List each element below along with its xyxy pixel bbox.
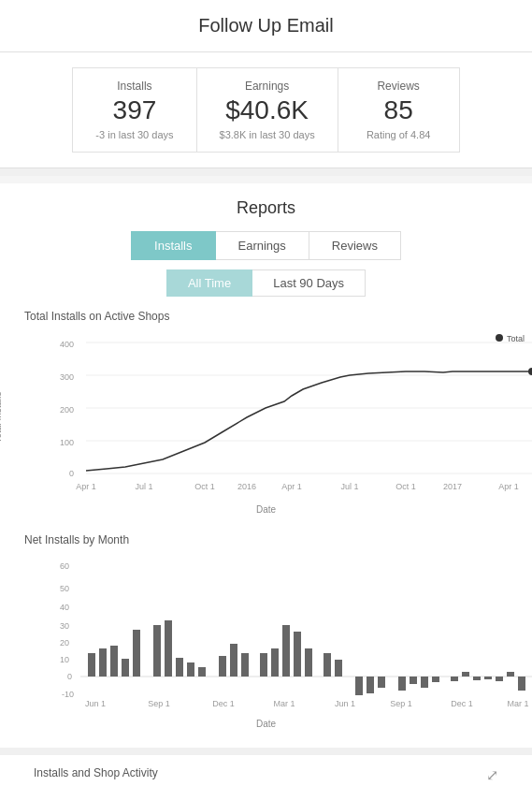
svg-text:Jul 1: Jul 1 bbox=[135, 482, 152, 491]
reports-title: Reports bbox=[15, 198, 517, 218]
svg-rect-43 bbox=[241, 653, 249, 677]
expand-icon[interactable]: ⤢ bbox=[486, 766, 498, 784]
line-chart-svg: 400 300 200 100 0 Apr 1 Jul 1 Oct 1 2016… bbox=[60, 328, 532, 502]
svg-rect-42 bbox=[230, 644, 237, 677]
svg-text:Apr 1: Apr 1 bbox=[76, 482, 96, 491]
reviews-value: 85 bbox=[361, 96, 437, 125]
svg-rect-38 bbox=[176, 658, 183, 677]
page-title: Follow Up Email bbox=[15, 15, 517, 36]
svg-rect-49 bbox=[324, 653, 331, 677]
svg-text:Dec 1: Dec 1 bbox=[451, 699, 473, 708]
page-header: Follow Up Email bbox=[0, 0, 532, 52]
svg-rect-56 bbox=[421, 677, 428, 688]
svg-text:-10: -10 bbox=[62, 690, 74, 699]
svg-rect-40 bbox=[198, 667, 206, 677]
tab-earnings[interactable]: Earnings bbox=[216, 231, 309, 260]
chart2-title: Net Installs by Month bbox=[24, 533, 508, 546]
svg-rect-33 bbox=[110, 646, 118, 677]
svg-text:0: 0 bbox=[69, 469, 74, 478]
svg-text:10: 10 bbox=[60, 655, 69, 664]
time-tabs: All Time Last 90 Days bbox=[15, 269, 517, 297]
svg-text:Mar 1: Mar 1 bbox=[507, 699, 528, 708]
svg-text:60: 60 bbox=[60, 561, 69, 571]
svg-text:40: 40 bbox=[60, 603, 69, 612]
svg-rect-32 bbox=[99, 648, 107, 677]
reports-section: Reports Installs Earnings Reviews All Ti… bbox=[0, 183, 532, 786]
svg-rect-59 bbox=[462, 672, 469, 677]
svg-rect-35 bbox=[133, 630, 140, 677]
svg-rect-60 bbox=[473, 677, 481, 680]
installs-sub: -3 in last 30 days bbox=[95, 129, 173, 140]
stat-installs: Installs 397 -3 in last 30 days bbox=[72, 67, 196, 153]
chart-net-installs: Net Installs by Month 60 50 40 30 20 10 … bbox=[15, 533, 517, 729]
svg-text:Mar 1: Mar 1 bbox=[273, 699, 295, 708]
svg-text:Apr 1: Apr 1 bbox=[281, 482, 302, 491]
svg-rect-57 bbox=[432, 677, 439, 682]
svg-text:200: 200 bbox=[60, 405, 74, 415]
svg-rect-44 bbox=[260, 653, 267, 677]
chart1-x-label: Date bbox=[24, 504, 508, 515]
earnings-value: $40.6K bbox=[220, 96, 315, 125]
svg-rect-54 bbox=[398, 677, 406, 691]
svg-text:Oct 1: Oct 1 bbox=[395, 482, 416, 491]
svg-rect-51 bbox=[355, 677, 363, 695]
svg-rect-39 bbox=[187, 662, 194, 677]
svg-rect-37 bbox=[165, 620, 172, 677]
svg-text:Dec 1: Dec 1 bbox=[212, 699, 235, 708]
tab-installs[interactable]: Installs bbox=[131, 231, 215, 260]
svg-text:20: 20 bbox=[60, 638, 69, 648]
svg-text:2017: 2017 bbox=[443, 482, 462, 491]
svg-rect-55 bbox=[410, 677, 417, 684]
svg-point-19 bbox=[528, 368, 532, 375]
svg-rect-50 bbox=[335, 660, 342, 677]
svg-text:300: 300 bbox=[60, 372, 74, 382]
svg-text:Jun 1: Jun 1 bbox=[85, 699, 106, 708]
chart3-header: Installs and Shop Activity ⤢ bbox=[24, 766, 508, 785]
svg-text:400: 400 bbox=[60, 340, 74, 349]
stats-row: Installs 397 -3 in last 30 days Earnings… bbox=[0, 52, 532, 168]
svg-text:Jun 1: Jun 1 bbox=[335, 699, 355, 708]
svg-text:Jul 1: Jul 1 bbox=[340, 482, 358, 491]
svg-rect-64 bbox=[518, 677, 525, 691]
svg-rect-31 bbox=[88, 653, 95, 677]
reviews-sub: Rating of 4.84 bbox=[361, 129, 437, 140]
svg-text:Apr 1: Apr 1 bbox=[498, 482, 519, 491]
chart1-title: Total Installs on Active Shops bbox=[24, 310, 508, 323]
svg-rect-61 bbox=[484, 677, 492, 679]
svg-rect-47 bbox=[294, 632, 301, 677]
earnings-label: Earnings bbox=[220, 80, 315, 93]
svg-text:Total: Total bbox=[507, 334, 525, 343]
svg-text:0: 0 bbox=[67, 672, 72, 681]
svg-text:30: 30 bbox=[60, 621, 69, 631]
svg-rect-41 bbox=[219, 656, 226, 677]
time-tab-all[interactable]: All Time bbox=[166, 269, 252, 297]
chart3-title: Installs and Shop Activity bbox=[34, 766, 158, 779]
reviews-label: Reviews bbox=[361, 80, 437, 93]
chart2-x-label: Date bbox=[24, 719, 508, 729]
svg-rect-45 bbox=[271, 648, 279, 677]
svg-text:100: 100 bbox=[60, 438, 74, 447]
svg-rect-46 bbox=[282, 625, 290, 677]
bar-chart-svg: 60 50 40 30 20 10 0 -10 bbox=[60, 552, 532, 716]
svg-rect-34 bbox=[122, 659, 129, 677]
svg-rect-36 bbox=[153, 625, 161, 677]
tab-reviews[interactable]: Reviews bbox=[309, 231, 401, 260]
svg-rect-58 bbox=[451, 677, 458, 681]
svg-rect-63 bbox=[507, 672, 514, 677]
chart-total-installs: Total Installs on Active Shops 400 300 2… bbox=[15, 310, 517, 515]
chart1-y-label: Total Installs bbox=[0, 392, 3, 444]
time-tab-90[interactable]: Last 90 Days bbox=[252, 269, 366, 297]
svg-point-20 bbox=[496, 334, 503, 342]
svg-text:2016: 2016 bbox=[237, 482, 256, 491]
stat-earnings: Earnings $40.6K $3.8K in last 30 days bbox=[197, 67, 338, 153]
stat-reviews: Reviews 85 Rating of 4.84 bbox=[338, 67, 460, 153]
installs-value: 397 bbox=[95, 96, 173, 125]
svg-text:50: 50 bbox=[60, 584, 69, 593]
svg-rect-53 bbox=[378, 677, 385, 688]
chart-shop-activity: Installs and Shop Activity ⤢ Installs un… bbox=[15, 766, 517, 786]
earnings-sub: $3.8K in last 30 days bbox=[220, 129, 315, 140]
svg-rect-52 bbox=[367, 677, 374, 693]
svg-text:Oct 1: Oct 1 bbox=[194, 482, 215, 491]
installs-label: Installs bbox=[95, 80, 173, 93]
svg-rect-62 bbox=[496, 677, 503, 681]
